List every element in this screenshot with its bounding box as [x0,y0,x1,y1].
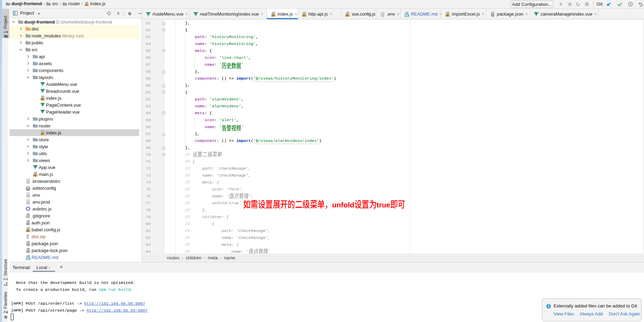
svg-text:JS: JS [346,14,349,17]
svg-text:JS: JS [26,230,29,232]
svg-text:JS: JS [34,174,37,177]
svg-text:JS: JS [272,14,275,17]
svg-text:{·}: {·} [491,14,494,17]
svg-text:{·}: {·} [27,243,29,246]
svg-text:JS: JS [41,98,44,100]
svg-text:JS: JS [302,14,306,17]
svg-text:JS: JS [41,133,44,135]
svg-text:{·}: {·} [27,250,29,253]
svg-text:MD: MD [405,14,408,17]
svg-text:JS: JS [85,4,88,6]
svg-text:JS: JS [446,14,449,17]
svg-text:{·}: {·} [27,222,29,225]
svg-text:MD: MD [26,257,30,260]
